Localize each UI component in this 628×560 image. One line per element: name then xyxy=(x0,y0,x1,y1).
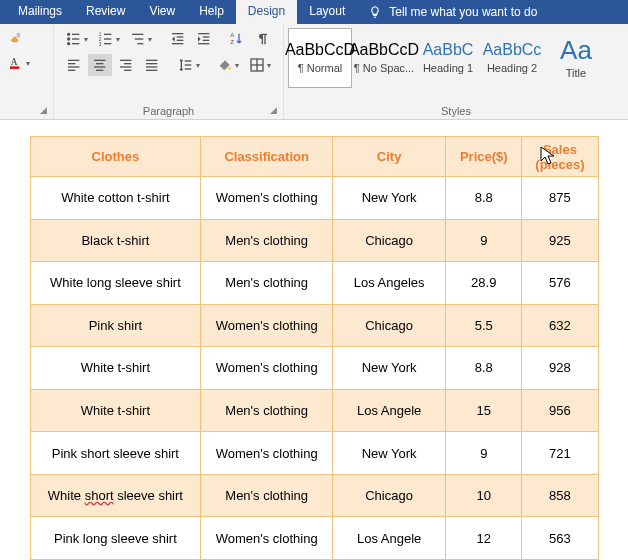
table-cell[interactable]: 563 xyxy=(522,517,598,560)
table-cell[interactable]: New York xyxy=(333,432,446,475)
style-tile-heading-2[interactable]: AaBbCcHeading 2 xyxy=(480,28,544,88)
table-cell[interactable]: 925 xyxy=(522,219,598,262)
table-cell[interactable]: New York xyxy=(333,177,446,220)
sort-icon: AZ xyxy=(229,31,245,47)
table-cell[interactable]: Chicago xyxy=(333,304,446,347)
table-cell[interactable]: Los Angele xyxy=(333,389,446,432)
table-cell[interactable]: Los Angele xyxy=(333,517,446,560)
table-cell[interactable]: 875 xyxy=(522,177,598,220)
table-cell[interactable]: Pink short sleeve shirt xyxy=(30,432,201,475)
table-cell[interactable]: White cotton t-shirt xyxy=(30,177,201,220)
table-cell[interactable]: Pink long sleeve shirt xyxy=(30,517,201,560)
table-cell[interactable]: 12 xyxy=(446,517,522,560)
decrease-indent-button[interactable] xyxy=(166,28,190,50)
justify-button[interactable] xyxy=(140,54,164,76)
style-tile--normal[interactable]: AaBbCcD¶ Normal xyxy=(288,28,352,88)
multilevel-icon xyxy=(130,31,146,47)
font-color-button[interactable]: A ▾ xyxy=(4,52,34,74)
table-cell[interactable]: White short sleeve shirt xyxy=(30,474,201,517)
table-cell[interactable]: 721 xyxy=(522,432,598,475)
column-header[interactable]: City xyxy=(333,137,446,177)
svg-point-5 xyxy=(68,38,70,40)
align-right-button[interactable] xyxy=(114,54,138,76)
svg-text:3: 3 xyxy=(99,42,102,47)
table-cell[interactable]: Los Angeles xyxy=(333,262,446,305)
show-hide-button[interactable] xyxy=(251,28,275,50)
table-cell[interactable]: White t-shirt xyxy=(30,347,201,390)
dialog-launcher-icon[interactable]: ◢ xyxy=(40,105,47,115)
style-preview: AaBbCc xyxy=(483,42,542,58)
column-header[interactable]: Price($) xyxy=(446,137,522,177)
tab-review[interactable]: Review xyxy=(74,0,137,24)
table-cell[interactable]: 928 xyxy=(522,347,598,390)
column-header[interactable]: Sales (pieces) xyxy=(522,137,598,177)
spelling-error[interactable]: short xyxy=(85,488,114,503)
table-cell[interactable]: Chicago xyxy=(333,219,446,262)
table-row: Black t-shirtMen's clothingChicago9925 xyxy=(30,219,598,262)
table-cell[interactable]: 9 xyxy=(446,432,522,475)
line-spacing-button[interactable]: ▾ xyxy=(174,54,204,76)
column-header[interactable]: Classification xyxy=(201,137,333,177)
table-cell[interactable]: 632 xyxy=(522,304,598,347)
numbering-icon: 123 xyxy=(98,31,114,47)
style-tile-title[interactable]: AaTitle xyxy=(544,28,608,88)
table-cell[interactable]: 10 xyxy=(446,474,522,517)
chevron-down-icon: ▾ xyxy=(116,35,120,44)
table-cell[interactable]: Women's clothing xyxy=(201,304,333,347)
table-cell[interactable]: 8.8 xyxy=(446,347,522,390)
table-cell[interactable]: Women's clothing xyxy=(201,177,333,220)
table-cell[interactable]: Men's clothing xyxy=(201,389,333,432)
align-left-button[interactable] xyxy=(62,54,86,76)
table-cell[interactable]: White t-shirt xyxy=(30,389,201,432)
document-area: ClothesClassificationCityPrice($)Sales (… xyxy=(0,120,628,560)
style-tile--no-spac-[interactable]: AaBbCcD¶ No Spac... xyxy=(352,28,416,88)
multilevel-list-button[interactable]: ▾ xyxy=(126,28,156,50)
table-cell[interactable]: 9 xyxy=(446,219,522,262)
table-cell[interactable]: 956 xyxy=(522,389,598,432)
table-cell[interactable]: 8.8 xyxy=(446,177,522,220)
svg-text:A: A xyxy=(230,32,234,38)
table-row: Pink long sleeve shirtWomen's clothingLo… xyxy=(30,517,598,560)
shading-button[interactable]: ▾ xyxy=(213,54,243,76)
svg-rect-2 xyxy=(10,66,19,69)
numbering-button[interactable]: 123▾ xyxy=(94,28,124,50)
sort-button[interactable]: AZ xyxy=(225,28,249,50)
borders-button[interactable]: ▾ xyxy=(245,54,275,76)
tell-me-search[interactable]: Tell me what you want to do xyxy=(357,0,547,24)
align-center-button[interactable] xyxy=(88,54,112,76)
style-name: Heading 2 xyxy=(487,62,537,74)
table-row: White t-shirtMen's clothingLos Angele159… xyxy=(30,389,598,432)
table-cell[interactable]: Men's clothing xyxy=(201,219,333,262)
column-header[interactable]: Clothes xyxy=(30,137,201,177)
table-cell[interactable]: Men's clothing xyxy=(201,262,333,305)
table-cell[interactable]: 28.9 xyxy=(446,262,522,305)
table-cell[interactable]: Women's clothing xyxy=(201,347,333,390)
tab-design[interactable]: Design xyxy=(236,0,297,24)
table-cell[interactable]: Men's clothing xyxy=(201,474,333,517)
table-cell[interactable]: 5.5 xyxy=(446,304,522,347)
tab-mailings[interactable]: Mailings xyxy=(6,0,74,24)
tab-view[interactable]: View xyxy=(137,0,187,24)
chevron-down-icon: ▾ xyxy=(148,35,152,44)
table-cell[interactable]: 15 xyxy=(446,389,522,432)
tab-help[interactable]: Help xyxy=(187,0,236,24)
table-cell[interactable]: New York xyxy=(333,347,446,390)
table-cell[interactable]: 858 xyxy=(522,474,598,517)
increase-indent-button[interactable] xyxy=(192,28,216,50)
table-cell[interactable]: Women's clothing xyxy=(201,517,333,560)
table-cell[interactable]: Black t-shirt xyxy=(30,219,201,262)
style-tile-heading-1[interactable]: AaBbCHeading 1 xyxy=(416,28,480,88)
table-cell[interactable]: Women's clothing xyxy=(201,432,333,475)
bullets-button[interactable]: ▾ xyxy=(62,28,92,50)
table-cell[interactable]: Chicago xyxy=(333,474,446,517)
table-cell[interactable]: White long sleeve shirt xyxy=(30,262,201,305)
dialog-launcher-icon[interactable]: ◢ xyxy=(270,105,277,115)
group-label-paragraph: Paragraph xyxy=(143,105,194,117)
tell-me-label: Tell me what you want to do xyxy=(389,5,537,19)
tab-layout[interactable]: Layout xyxy=(297,0,357,24)
data-table: ClothesClassificationCityPrice($)Sales (… xyxy=(30,136,599,560)
font-color-icon: A xyxy=(8,55,24,71)
table-cell[interactable]: 576 xyxy=(522,262,598,305)
format-painter-button[interactable] xyxy=(4,28,34,50)
table-cell[interactable]: Pink shirt xyxy=(30,304,201,347)
